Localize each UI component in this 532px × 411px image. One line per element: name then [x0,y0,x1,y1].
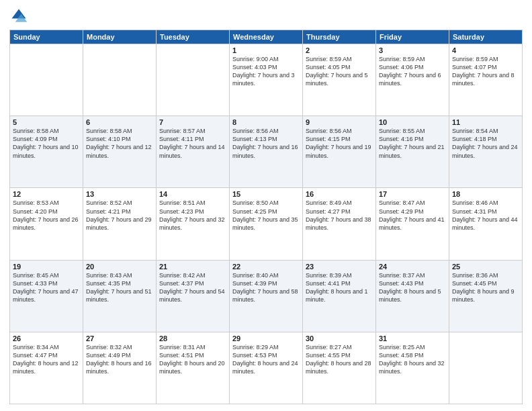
day-number: 28 [159,334,226,342]
day-number: 2 [306,46,373,54]
day-number: 18 [452,190,519,198]
calendar-cell: 24Sunrise: 8:37 AM Sunset: 4:43 PM Dayli… [376,260,449,332]
calendar-cell: 20Sunrise: 8:43 AM Sunset: 4:35 PM Dayli… [83,260,157,332]
calendar-cell: 26Sunrise: 8:34 AM Sunset: 4:47 PM Dayli… [10,332,83,404]
day-info: Sunrise: 8:42 AM Sunset: 4:37 PM Dayligh… [159,271,226,304]
weekday-header: Saturday [449,30,523,44]
calendar-cell: 17Sunrise: 8:47 AM Sunset: 4:29 PM Dayli… [376,188,449,260]
day-number: 23 [306,263,373,271]
day-info: Sunrise: 8:58 AM Sunset: 4:10 PM Dayligh… [86,127,153,160]
day-info: Sunrise: 8:34 AM Sunset: 4:47 PM Dayligh… [13,343,80,376]
calendar-cell: 25Sunrise: 8:36 AM Sunset: 4:45 PM Dayli… [449,260,523,332]
day-number: 27 [86,334,153,342]
weekday-header: Monday [83,30,157,44]
calendar-cell: 2Sunrise: 8:59 AM Sunset: 4:05 PM Daylig… [303,44,376,116]
day-info: Sunrise: 8:53 AM Sunset: 4:20 PM Dayligh… [13,199,80,232]
calendar-table: SundayMondayTuesdayWednesdayThursdayFrid… [9,30,523,404]
calendar-cell: 21Sunrise: 8:42 AM Sunset: 4:37 PM Dayli… [157,260,230,332]
day-number: 13 [86,190,153,198]
calendar-cell: 1Sunrise: 9:00 AM Sunset: 4:03 PM Daylig… [230,44,303,116]
day-info: Sunrise: 8:25 AM Sunset: 4:58 PM Dayligh… [379,343,446,376]
calendar-cell [83,44,157,116]
day-info: Sunrise: 8:59 AM Sunset: 4:05 PM Dayligh… [306,55,373,88]
day-number: 19 [13,263,80,271]
day-info: Sunrise: 8:37 AM Sunset: 4:43 PM Dayligh… [379,271,446,304]
header [9,7,523,26]
calendar-cell: 28Sunrise: 8:31 AM Sunset: 4:51 PM Dayli… [157,332,230,404]
calendar-cell: 29Sunrise: 8:29 AM Sunset: 4:53 PM Dayli… [230,332,303,404]
day-number: 14 [159,190,226,198]
day-info: Sunrise: 8:29 AM Sunset: 4:53 PM Dayligh… [232,343,300,376]
calendar-cell: 30Sunrise: 8:27 AM Sunset: 4:55 PM Dayli… [303,332,376,404]
day-info: Sunrise: 8:51 AM Sunset: 4:23 PM Dayligh… [159,199,226,232]
day-number: 9 [306,118,373,126]
day-number: 5 [13,118,80,126]
day-info: Sunrise: 8:45 AM Sunset: 4:33 PM Dayligh… [13,271,80,304]
page: SundayMondayTuesdayWednesdayThursdayFrid… [0,0,532,411]
day-info: Sunrise: 8:43 AM Sunset: 4:35 PM Dayligh… [86,271,153,304]
day-number: 24 [379,263,446,271]
calendar-cell: 12Sunrise: 8:53 AM Sunset: 4:20 PM Dayli… [10,188,83,260]
day-number: 3 [379,46,446,54]
logo [9,7,31,26]
day-info: Sunrise: 8:58 AM Sunset: 4:09 PM Dayligh… [13,127,80,160]
day-number: 4 [452,46,519,54]
calendar-cell: 4Sunrise: 8:59 AM Sunset: 4:07 PM Daylig… [449,44,523,116]
weekday-header: Thursday [303,30,376,44]
calendar-cell: 16Sunrise: 8:49 AM Sunset: 4:27 PM Dayli… [303,188,376,260]
day-number: 15 [232,190,300,198]
calendar-week-row: 26Sunrise: 8:34 AM Sunset: 4:47 PM Dayli… [10,332,523,404]
calendar-week-row: 5Sunrise: 8:58 AM Sunset: 4:09 PM Daylig… [10,116,523,188]
calendar-cell: 10Sunrise: 8:55 AM Sunset: 4:16 PM Dayli… [376,116,449,188]
day-number: 16 [306,190,373,198]
calendar-cell: 31Sunrise: 8:25 AM Sunset: 4:58 PM Dayli… [376,332,449,404]
weekday-header: Sunday [10,30,83,44]
day-info: Sunrise: 8:46 AM Sunset: 4:31 PM Dayligh… [452,199,519,232]
day-info: Sunrise: 8:40 AM Sunset: 4:39 PM Dayligh… [232,271,300,304]
day-number: 22 [232,263,300,271]
day-number: 11 [452,118,519,126]
day-info: Sunrise: 8:59 AM Sunset: 4:06 PM Dayligh… [379,55,446,88]
calendar-cell: 11Sunrise: 8:54 AM Sunset: 4:18 PM Dayli… [449,116,523,188]
day-info: Sunrise: 9:00 AM Sunset: 4:03 PM Dayligh… [232,55,300,88]
weekday-header: Friday [376,30,449,44]
calendar-cell: 13Sunrise: 8:52 AM Sunset: 4:21 PM Dayli… [83,188,157,260]
day-number: 31 [379,334,446,342]
calendar-cell: 8Sunrise: 8:56 AM Sunset: 4:13 PM Daylig… [230,116,303,188]
day-number: 12 [13,190,80,198]
calendar-cell: 7Sunrise: 8:57 AM Sunset: 4:11 PM Daylig… [157,116,230,188]
day-info: Sunrise: 8:54 AM Sunset: 4:18 PM Dayligh… [452,127,519,160]
day-info: Sunrise: 8:52 AM Sunset: 4:21 PM Dayligh… [86,199,153,232]
calendar-week-row: 19Sunrise: 8:45 AM Sunset: 4:33 PM Dayli… [10,260,523,332]
day-number: 6 [86,118,153,126]
day-number: 29 [232,334,300,342]
calendar-cell: 15Sunrise: 8:50 AM Sunset: 4:25 PM Dayli… [230,188,303,260]
day-info: Sunrise: 8:31 AM Sunset: 4:51 PM Dayligh… [159,343,226,376]
day-info: Sunrise: 8:32 AM Sunset: 4:49 PM Dayligh… [86,343,153,376]
day-info: Sunrise: 8:39 AM Sunset: 4:41 PM Dayligh… [306,271,373,304]
day-number: 25 [452,263,519,271]
calendar-cell: 27Sunrise: 8:32 AM Sunset: 4:49 PM Dayli… [83,332,157,404]
calendar-week-row: 1Sunrise: 9:00 AM Sunset: 4:03 PM Daylig… [10,44,523,116]
day-info: Sunrise: 8:47 AM Sunset: 4:29 PM Dayligh… [379,199,446,232]
day-info: Sunrise: 8:59 AM Sunset: 4:07 PM Dayligh… [452,55,519,88]
day-number: 26 [13,334,80,342]
day-info: Sunrise: 8:36 AM Sunset: 4:45 PM Dayligh… [452,271,519,304]
calendar-cell [157,44,230,116]
day-info: Sunrise: 8:57 AM Sunset: 4:11 PM Dayligh… [159,127,226,160]
calendar-cell [10,44,83,116]
day-info: Sunrise: 8:49 AM Sunset: 4:27 PM Dayligh… [306,199,373,232]
day-info: Sunrise: 8:56 AM Sunset: 4:13 PM Dayligh… [232,127,300,160]
calendar-cell: 5Sunrise: 8:58 AM Sunset: 4:09 PM Daylig… [10,116,83,188]
calendar-cell [449,332,523,404]
day-number: 21 [159,263,226,271]
calendar-cell: 22Sunrise: 8:40 AM Sunset: 4:39 PM Dayli… [230,260,303,332]
header-row: SundayMondayTuesdayWednesdayThursdayFrid… [10,30,523,44]
day-number: 8 [232,118,300,126]
day-number: 10 [379,118,446,126]
day-number: 7 [159,118,226,126]
calendar-cell: 23Sunrise: 8:39 AM Sunset: 4:41 PM Dayli… [303,260,376,332]
calendar-cell: 9Sunrise: 8:56 AM Sunset: 4:15 PM Daylig… [303,116,376,188]
weekday-header: Tuesday [157,30,230,44]
day-info: Sunrise: 8:50 AM Sunset: 4:25 PM Dayligh… [232,199,300,232]
